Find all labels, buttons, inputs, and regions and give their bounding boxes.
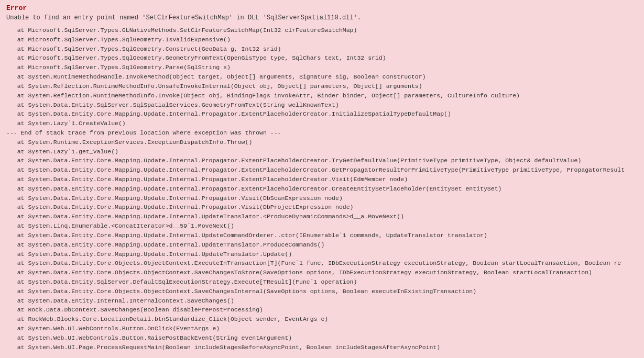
stack-line: at Microsoft.SqlServer.Types.GLNativeMet… [6,26,638,35]
stack-line: at System.Data.Entity.Internal.InternalC… [6,296,638,306]
stack-line: at System.Data.Entity.Core.Mapping.Updat… [6,240,638,250]
error-message: Unable to find an entry point named 'Set… [6,14,638,21]
stack-line: at RockWeb.Blocks.Core.LocationDetail.bt… [6,315,638,324]
stack-line: at System.Data.Entity.SqlServer.SqlSpati… [6,100,638,110]
stack-line: at System.Data.Entity.Core.Mapping.Updat… [6,212,638,221]
error-container: Error Unable to find an entry point name… [6,4,638,352]
stack-line: at System.Data.Entity.Core.Mapping.Updat… [6,175,638,184]
stack-line: at System.Web.UI.WebControls.Button.OnCl… [6,324,638,333]
stack-line: at System.Runtime.ExceptionServices.Exce… [6,138,638,147]
stack-line: at Microsoft.SqlServer.Types.SqlGeometry… [6,35,638,44]
stack-line: at System.Data.Entity.Core.Objects.Objec… [6,259,638,268]
stack-line: at System.Lazy`1.CreateValue() [6,119,638,128]
stack-line: at Microsoft.SqlServer.Types.SqlGeometry… [6,44,638,54]
stack-trace: at Microsoft.SqlServer.Types.GLNativeMet… [6,26,638,352]
stack-line: at System.Web.UI.WebControls.Button.Rais… [6,333,638,343]
stack-line: at System.Data.Entity.Core.Mapping.Updat… [6,184,638,194]
stack-line: at System.RuntimeMethodHandle.InvokeMeth… [6,72,638,82]
stack-line: at Microsoft.SqlServer.Types.SqlGeometry… [6,53,638,63]
stack-line: at System.Data.Entity.Core.Mapping.Updat… [6,165,638,175]
stack-line: at Rock.Data.DbContext.SaveChanges(Boole… [6,305,638,315]
stack-line: at System.Reflection.RuntimeMethodInfo.I… [6,91,638,100]
stack-line: at System.Data.Entity.Core.Mapping.Updat… [6,250,638,259]
stack-line: at System.Data.Entity.Core.Objects.Objec… [6,287,638,296]
error-title: Error [6,4,638,12]
stack-line: at System.Data.Entity.Core.Mapping.Updat… [6,109,638,119]
stack-line: at System.Data.Entity.SqlServer.DefaultS… [6,277,638,287]
stack-line: at System.Linq.Enumerable.<ConcatIterato… [6,221,638,231]
stack-line: at System.Web.UI.Page.ProcessRequestMain… [6,343,638,352]
stack-line: at System.Data.Entity.Core.Mapping.Updat… [6,231,638,240]
stack-line: at System.Data.Entity.Core.Mapping.Updat… [6,203,638,212]
stack-line: at System.Reflection.RuntimeMethodInfo.U… [6,82,638,91]
stack-line: at System.Data.Entity.Core.Mapping.Updat… [6,156,638,165]
stack-line: at Microsoft.SqlServer.Types.SqlGeometry… [6,63,638,72]
stack-line: at System.Data.Entity.Core.Mapping.Updat… [6,194,638,203]
stack-line: at System.Data.Entity.Core.Objects.Objec… [6,268,638,277]
stack-line: at System.Lazy`1.get_Value() [6,147,638,156]
stack-line: --- End of stack trace from previous loc… [6,128,638,138]
